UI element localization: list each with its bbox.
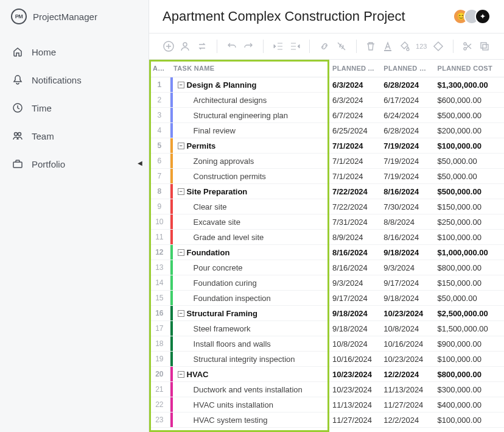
task-row[interactable]: 3Structural engineering plan6/7/20246/24… [149,108,504,123]
task-name-cell[interactable]: −HVAC [170,367,329,382]
planned-start[interactable]: 10/23/2024 [329,382,380,397]
unlink-button[interactable] [335,40,348,53]
planned-start[interactable]: 10/16/2024 [329,352,380,367]
task-name-cell[interactable]: Foundation curing [170,275,329,291]
undo-button[interactable] [226,40,238,53]
task-row[interactable]: 21Ductwork and vents installation10/23/2… [149,382,504,397]
planned-cost[interactable]: $200,000.00 [434,123,504,138]
planned-finish[interactable]: 10/8/2024 [380,321,433,336]
task-row[interactable]: 20−HVAC10/23/202412/2/2024$800,000.00 [149,367,504,382]
planned-start[interactable]: 6/3/2024 [329,77,380,93]
indent-button[interactable] [289,40,301,53]
redo-button[interactable] [243,40,255,53]
column-header-task-name[interactable]: TASK NAME [170,60,329,77]
delete-button[interactable] [365,40,377,53]
task-row[interactable]: 22HVAC units installation11/13/202411/27… [149,397,504,413]
task-name-cell[interactable]: Clear site [170,199,329,214]
planned-finish[interactable]: 10/23/2024 [380,306,433,321]
task-name-cell[interactable]: Structural engineering plan [170,108,329,123]
add-button[interactable] [163,40,175,53]
task-row[interactable]: 10Excavate site7/31/20248/8/2024$250,000… [149,214,504,230]
planned-start[interactable]: 8/9/2024 [329,230,380,245]
task-name-cell[interactable]: Ductwork and vents installation [170,382,329,397]
column-header-planned-finish[interactable]: PLANNED FI... [380,60,433,77]
planned-cost[interactable]: $100,000.00 [434,352,504,367]
task-row[interactable]: 9Clear site7/22/20247/30/2024$150,000.00 [149,199,504,214]
task-name-cell[interactable]: Architectural designs [170,93,329,108]
planned-start[interactable]: 7/31/2024 [329,214,380,230]
planned-cost[interactable]: $800,000.00 [434,260,504,275]
planned-finish[interactable]: 8/16/2024 [380,184,433,199]
planned-finish[interactable]: 7/19/2024 [380,169,433,184]
task-name-cell[interactable]: −Design & Planning [170,77,329,93]
planned-cost[interactable]: $2,500,000.00 [434,306,504,321]
task-row[interactable]: 16−Structural Framing9/18/202410/23/2024… [149,306,504,321]
copy-button[interactable] [478,40,491,53]
collapse-toggle[interactable]: − [178,143,184,149]
task-name-cell[interactable]: Pour concrete [170,260,329,275]
planned-cost[interactable]: $150,000.00 [434,275,504,291]
collapse-toggle[interactable]: − [178,310,184,317]
planned-cost[interactable]: $500,000.00 [434,184,504,199]
number-button[interactable]: 123 [415,40,427,53]
planned-cost[interactable]: $300,000.00 [434,382,504,397]
task-name-cell[interactable]: Steel framework [170,321,329,336]
column-header-row-number[interactable]: ALL [149,60,170,77]
planned-cost[interactable]: $900,000.00 [434,336,504,352]
column-header-planned-start[interactable]: PLANNED ... [329,60,380,77]
collapse-toggle[interactable]: − [178,188,184,195]
task-name-cell[interactable]: −Structural Framing [170,306,329,321]
collapse-toggle[interactable]: − [178,82,184,88]
planned-cost[interactable]: $250,000.00 [434,214,504,230]
planned-start[interactable]: 9/17/2024 [329,291,380,306]
column-header-planned-cost[interactable]: PLANNED COST [434,60,504,77]
planned-cost[interactable]: $800,000.00 [434,367,504,382]
task-name-cell[interactable]: Grade and level site [170,230,329,245]
collapse-toggle[interactable]: − [178,371,184,378]
task-row[interactable]: 18Install floors and walls10/8/202410/16… [149,336,504,352]
planned-finish[interactable]: 6/17/2024 [380,93,433,108]
task-row[interactable]: 13Pour concrete8/16/20249/3/2024$800,000… [149,260,504,275]
planned-start[interactable]: 7/1/2024 [329,169,380,184]
planned-finish[interactable]: 7/19/2024 [380,154,433,169]
task-row[interactable]: 17Steel framework9/18/202410/8/2024$1,50… [149,321,504,336]
task-name-cell[interactable]: HVAC units installation [170,397,329,413]
task-row[interactable]: 11Grade and level site8/9/20248/16/2024$… [149,230,504,245]
planned-cost[interactable]: $100,000.00 [434,138,504,154]
planned-start[interactable]: 9/3/2024 [329,275,380,291]
planned-finish[interactable]: 10/16/2024 [380,336,433,352]
link-button[interactable] [318,40,331,53]
planned-finish[interactable]: 9/18/2024 [380,291,433,306]
nav-item-home[interactable]: Home [0,38,149,66]
planned-finish[interactable]: 7/19/2024 [380,138,433,154]
fill-button[interactable] [399,40,411,53]
task-row[interactable]: 19Structural integrity inspection10/16/2… [149,352,504,367]
assign-button[interactable] [180,40,192,53]
task-name-cell[interactable]: Final review [170,123,329,138]
task-row[interactable]: 2Architectural designs6/3/20246/17/2024$… [149,93,504,108]
task-name-cell[interactable]: Construction permits [170,169,329,184]
avatar-stack[interactable]: 😊 ✦ [458,9,491,24]
planned-cost[interactable]: $1,000,000.00 [434,245,504,260]
outdent-button[interactable] [272,40,284,53]
planned-start[interactable]: 7/22/2024 [329,199,380,214]
planned-start[interactable]: 6/25/2024 [329,123,380,138]
font-color-button[interactable] [382,40,394,53]
shape-button[interactable] [432,40,444,53]
nav-item-notifications[interactable]: Notifications [0,66,149,94]
swap-button[interactable] [196,40,208,53]
task-name-cell[interactable]: Excavate site [170,214,329,230]
collapse-toggle[interactable]: − [178,249,184,256]
task-name-cell[interactable]: −Foundation [170,245,329,260]
planned-finish[interactable]: 11/13/2024 [380,382,433,397]
nav-item-team[interactable]: Team [0,122,149,150]
task-row[interactable]: 8−Site Preparation7/22/20248/16/2024$500… [149,184,504,199]
brand[interactable]: PM ProjectManager [0,0,149,33]
task-row[interactable]: 5−Permits7/1/20247/19/2024$100,000.00 [149,138,504,154]
task-name-cell[interactable]: −Site Preparation [170,184,329,199]
planned-finish[interactable]: 10/23/2024 [380,352,433,367]
planned-cost[interactable]: $50,000.00 [434,169,504,184]
planned-start[interactable]: 7/22/2024 [329,184,380,199]
planned-start[interactable]: 8/16/2024 [329,245,380,260]
planned-finish[interactable]: 9/18/2024 [380,245,433,260]
